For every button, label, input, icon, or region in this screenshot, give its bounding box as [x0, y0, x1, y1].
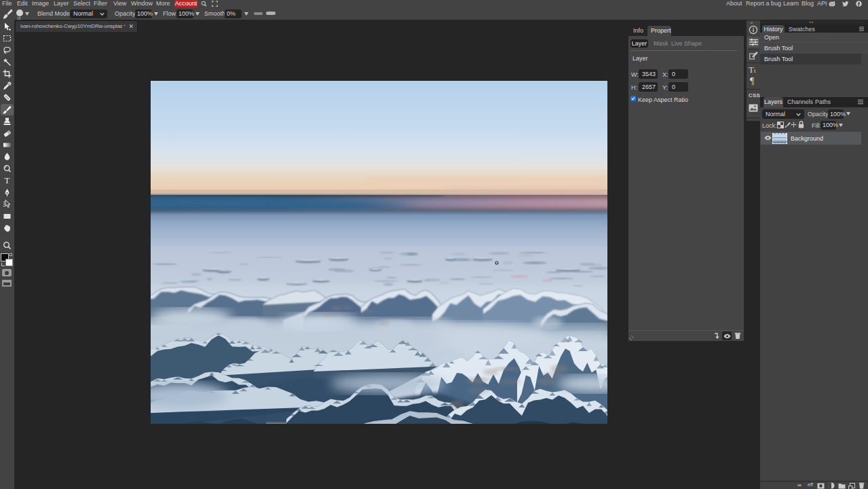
svg-text:T: T — [5, 176, 10, 185]
